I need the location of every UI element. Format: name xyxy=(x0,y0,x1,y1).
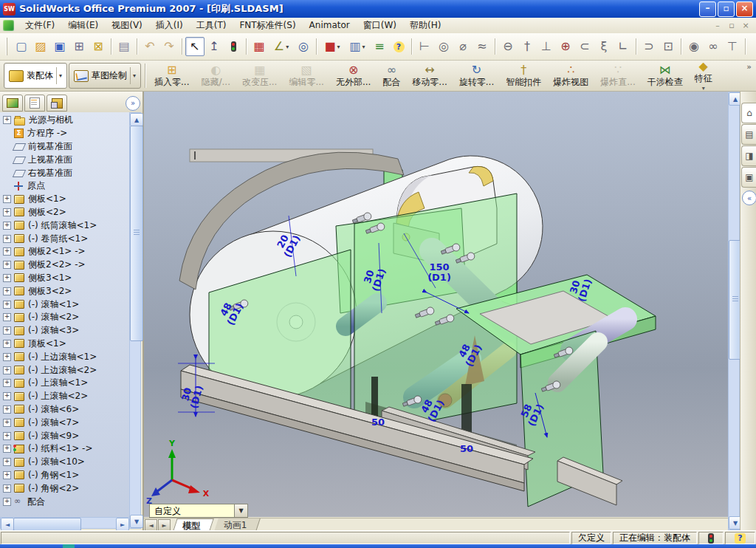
tree-expander[interactable] xyxy=(3,235,11,243)
tree-item[interactable]: (-) 滚轴<6> xyxy=(0,403,130,417)
tree-expander[interactable] xyxy=(3,208,11,216)
dimension[interactable]: 50 xyxy=(460,443,473,454)
toolbar-button[interactable]: ⊠ xyxy=(89,37,108,56)
search-results-icon[interactable]: ▣ xyxy=(741,167,756,188)
toolbar-button[interactable]: ⊤ xyxy=(723,37,742,56)
command-button[interactable]: † 智能扣件 xyxy=(500,62,547,89)
tree-expander[interactable] xyxy=(3,326,11,335)
toolbar-button[interactable]: ≡ xyxy=(370,37,389,56)
mdi-close-icon[interactable]: × xyxy=(740,21,752,30)
toolbar-button[interactable]: ▤ xyxy=(114,37,134,56)
toolbar-button[interactable]: ≈ xyxy=(472,37,492,56)
tree-expander[interactable] xyxy=(3,379,11,387)
menu-item[interactable]: 工具(T) xyxy=(190,18,233,32)
command-button[interactable]: ▧ 编辑零... xyxy=(283,62,329,89)
tree-item[interactable]: 顶板<1> xyxy=(0,338,130,351)
toolbar-button[interactable] xyxy=(633,37,639,56)
command-button[interactable]: ↔ 移动零... xyxy=(406,62,453,89)
tree-expander[interactable] xyxy=(3,261,11,269)
toolbar-button[interactable]: ⊥ xyxy=(537,37,556,56)
tree-item[interactable]: 原点 xyxy=(0,179,130,193)
toolbar-button[interactable]: ∕ xyxy=(749,37,756,56)
viewport-vertical-scrollbar[interactable]: ▲ ▼ xyxy=(728,92,740,530)
tree-expander[interactable] xyxy=(3,432,11,440)
toolbar-button[interactable] xyxy=(313,37,320,56)
toolbar-button[interactable]: ? xyxy=(389,37,408,56)
toolbar-button[interactable] xyxy=(108,37,114,56)
scroll-right-icon[interactable]: ► xyxy=(116,518,129,531)
tree-expander[interactable] xyxy=(3,405,11,414)
configuration-manager-tab[interactable] xyxy=(47,95,67,112)
toolbar-button[interactable]: ∞ xyxy=(704,37,723,56)
toolbar-button[interactable]: ↷ xyxy=(159,37,179,56)
design-library-icon[interactable]: ▤ xyxy=(741,124,756,145)
toolbar-button[interactable]: ▣ xyxy=(50,37,69,56)
close-button[interactable]: × xyxy=(736,1,753,17)
menu-item[interactable]: FNT标准件(S) xyxy=(233,18,302,32)
scroll-down-icon[interactable]: ▼ xyxy=(130,515,143,528)
tree-item[interactable]: (-) 角钢<2> xyxy=(0,482,130,495)
model-tab[interactable]: 动画1 xyxy=(214,518,260,531)
tree-expander[interactable] xyxy=(3,247,11,256)
tree-item[interactable]: (-) 滚轴<3> xyxy=(0,324,130,338)
scrollbar-thumb[interactable] xyxy=(130,126,143,341)
combo-dropdown-icon[interactable]: ▼ xyxy=(235,504,248,518)
menu-item[interactable]: 编辑(E) xyxy=(61,18,105,32)
toolbar-button[interactable]: ■ xyxy=(320,37,345,56)
tree-expander[interactable] xyxy=(3,484,11,493)
toolbar-button[interactable]: ↶ xyxy=(140,37,159,56)
tree-item[interactable]: (-) 上滚轴<1> xyxy=(0,377,130,390)
toolbar-button[interactable]: ⊢ xyxy=(415,37,434,56)
toolbar-button[interactable] xyxy=(678,37,684,56)
solidworks-resources-icon[interactable]: ⌂ xyxy=(741,103,756,123)
command-button[interactable]: ∵ 爆炸直... xyxy=(594,62,641,89)
chevron-down-icon[interactable]: ▾ xyxy=(130,67,136,84)
tree-expander[interactable] xyxy=(3,301,11,309)
tree-item[interactable]: (-) 滚轴<9> xyxy=(0,429,130,442)
tree-expander[interactable] xyxy=(3,392,11,400)
tab-scroll-left-icon[interactable]: ◄ xyxy=(145,519,157,531)
toolbar-button[interactable]: ∟ xyxy=(614,37,633,56)
toolbar-button[interactable]: ◎ xyxy=(434,37,453,56)
tree-horizontal-scrollbar[interactable]: ◄ ► xyxy=(0,517,130,529)
toolbar-button[interactable] xyxy=(243,37,250,56)
command-manager-tab[interactable]: 草图绘制 ▾ xyxy=(69,63,141,89)
restore-button[interactable]: ▫ xyxy=(718,1,735,17)
toolbar-button[interactable]: ⊖ xyxy=(498,37,518,56)
minimize-button[interactable]: – xyxy=(699,1,716,17)
panel-overflow-chevron[interactable]: » xyxy=(126,96,140,111)
tree-item[interactable]: 配合 xyxy=(0,495,130,508)
tree-expander[interactable] xyxy=(3,353,11,361)
command-button[interactable]: ◆ 特征 xyxy=(689,62,718,89)
scrollbar-thumb[interactable] xyxy=(13,518,81,531)
tree-item[interactable]: (-) 上边滚轴<1> xyxy=(0,350,130,363)
tree-item[interactable]: (-) 纸筒滚轴<1> xyxy=(0,219,130,232)
toolbar-grip[interactable] xyxy=(6,38,7,55)
scroll-left-icon[interactable]: ◄ xyxy=(1,518,14,531)
menu-item[interactable]: Animator xyxy=(303,18,357,32)
command-button[interactable]: ⊗ 无外部... xyxy=(330,62,377,89)
feature-manager-tab[interactable] xyxy=(2,95,23,112)
toolbar-button[interactable]: ⊡ xyxy=(659,37,678,56)
tree-expander[interactable] xyxy=(3,287,11,295)
toolbar-button[interactable]: ▥ xyxy=(345,37,370,56)
model-tab[interactable]: 模型 xyxy=(173,518,214,531)
tree-item[interactable]: (-) 上滚轴<2> xyxy=(0,390,130,403)
tree-item[interactable]: 侧板<1> xyxy=(0,193,130,206)
tree-item[interactable]: (-) 滚轴<7> xyxy=(0,416,130,429)
file-explorer-icon[interactable]: ◨ xyxy=(741,145,756,166)
toolbar-button[interactable]: ⊃ xyxy=(639,37,659,56)
tree-item[interactable]: 光源与相机 xyxy=(0,114,130,127)
tree-item[interactable]: 侧板2<2> -> xyxy=(0,258,130,272)
command-button[interactable]: ∴ 爆炸视图 xyxy=(547,62,594,89)
tree-item[interactable]: 方程序 -> xyxy=(0,127,130,140)
toolbar-button[interactable]: ⊕ xyxy=(556,37,575,56)
view-orientation-combo[interactable]: 自定义 ▼ xyxy=(149,504,248,518)
tree-expander[interactable] xyxy=(3,458,11,466)
command-button[interactable]: ∞ 配合 xyxy=(377,62,406,89)
toolbar-button[interactable]: ⌀ xyxy=(453,37,472,56)
tree-item[interactable]: 侧板2<1> -> xyxy=(0,245,130,258)
toolbar-button[interactable]: ξ xyxy=(594,37,614,56)
toolbar-button[interactable] xyxy=(224,37,243,56)
quick-tips-icon[interactable]: ? xyxy=(735,533,746,544)
